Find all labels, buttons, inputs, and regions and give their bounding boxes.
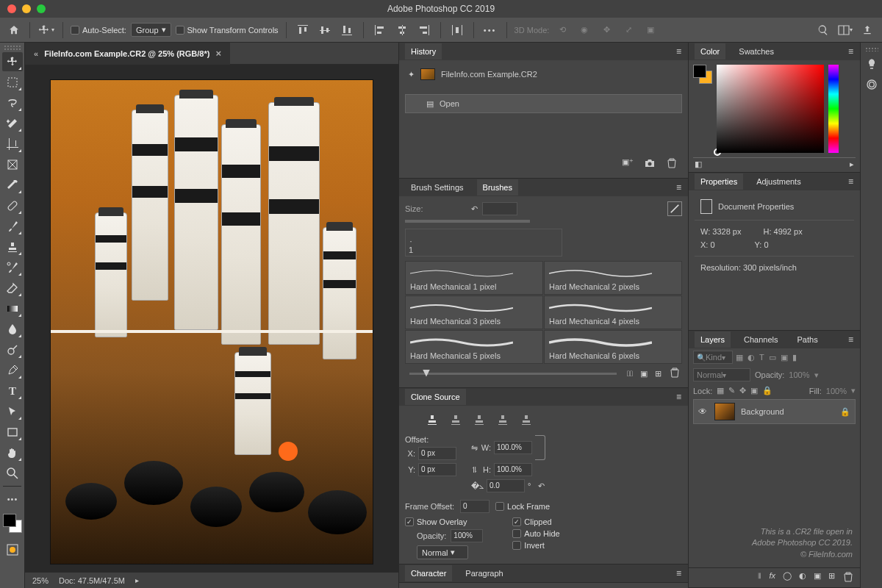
lock-paint-icon[interactable]: ✎	[728, 386, 735, 395]
brush-preset[interactable]: Hard Mechanical 4 pixels	[544, 295, 682, 329]
paragraph-tab[interactable]: Paragraph	[459, 565, 509, 581]
search-icon[interactable]	[814, 21, 832, 39]
layer-opacity[interactable]: 100%	[789, 370, 809, 379]
layer-filter-kind[interactable]: 🔍 Kind ▾	[693, 351, 733, 364]
more-options-icon[interactable]: •••	[481, 21, 499, 39]
panel-menu-icon[interactable]: ≡	[676, 46, 682, 57]
workspace-icon[interactable]: ▾	[836, 21, 854, 39]
reset-icon[interactable]: ↶	[471, 204, 478, 214]
lock-all-icon[interactable]: 🔒	[762, 386, 772, 395]
type-tool[interactable]: T	[2, 381, 23, 401]
stamp-tool[interactable]	[2, 237, 23, 257]
panel-menu-icon[interactable]: ≡	[676, 182, 682, 193]
filter-shape-icon[interactable]: ▭	[769, 353, 776, 362]
scale-h-input[interactable]: 100.0%	[494, 463, 532, 476]
layer-fill[interactable]: 100%	[826, 387, 847, 395]
lock-position-icon[interactable]: ✥	[739, 386, 746, 395]
show-overlay-checkbox[interactable]: Show Overlay	[405, 517, 483, 526]
link-icon[interactable]	[535, 435, 545, 460]
minimize-window[interactable]	[22, 4, 31, 13]
distribute-icon[interactable]	[448, 21, 466, 39]
reset-transform-icon[interactable]: ↶	[538, 481, 545, 491]
filter-toggle-icon[interactable]: ▮	[792, 353, 797, 362]
layer-row[interactable]: 👁 Background 🔒	[693, 399, 856, 424]
move-tool-icon[interactable]: ▾	[37, 21, 55, 39]
folder-icon[interactable]: ▣	[640, 369, 648, 379]
paths-tab[interactable]: Paths	[792, 331, 824, 348]
mask-icon[interactable]: ◯	[783, 571, 792, 584]
brush-preview-toggle-icon[interactable]	[667, 201, 682, 216]
autoselect-checkbox[interactable]: Auto-Select:	[71, 26, 126, 35]
magic-wand-tool[interactable]	[2, 114, 23, 133]
new-layer-icon[interactable]: ⊞	[828, 571, 835, 584]
history-snapshot[interactable]: ✦ FileInfo.com Example.CR2	[405, 65, 682, 84]
zoom-tool[interactable]	[2, 464, 23, 483]
adjustments-tab[interactable]: Adjustments	[750, 173, 807, 190]
dodge-tool[interactable]	[2, 340, 23, 359]
frame-offset-input[interactable]: 0	[460, 500, 490, 513]
zoom-level[interactable]: 25%	[32, 576, 49, 585]
gradient-tool[interactable]	[2, 299, 23, 318]
crop-tool[interactable]	[2, 135, 23, 154]
align-top-icon[interactable]	[294, 21, 312, 39]
panel-menu-icon[interactable]: ≡	[848, 176, 854, 187]
overlay-opacity-input[interactable]: 100%	[451, 529, 483, 542]
maximize-window[interactable]	[37, 4, 46, 13]
brush-preset[interactable]: Hard Mechanical 3 pixels	[405, 295, 543, 329]
close-window[interactable]	[7, 4, 16, 13]
color-field[interactable]	[717, 65, 824, 153]
clone-source-tab[interactable]: Clone Source	[405, 389, 466, 405]
close-tab-icon[interactable]: ×	[215, 48, 221, 59]
channels-tab[interactable]: Channels	[738, 331, 784, 348]
layers-tab[interactable]: Layers	[695, 331, 731, 348]
flip-v-icon[interactable]: ⥮	[471, 465, 478, 475]
overlay-blend-select[interactable]: Normal▾	[417, 545, 468, 559]
clone-source-2[interactable]	[448, 412, 464, 428]
move-tool[interactable]	[2, 52, 23, 71]
character-tab[interactable]: Character	[405, 565, 452, 581]
filter-type-icon[interactable]: T	[759, 353, 764, 362]
blend-mode-select[interactable]: Normal ▾	[693, 368, 750, 381]
panel-menu-icon[interactable]: ≡	[676, 392, 682, 402]
clone-source-4[interactable]	[495, 412, 511, 428]
healing-tool[interactable]	[2, 196, 23, 215]
new-brush-icon[interactable]: ⊞	[655, 369, 662, 379]
brush-preset[interactable]: Hard Mechanical 6 pixels	[544, 330, 682, 364]
color-tab[interactable]: Color	[695, 43, 725, 60]
frame-tool[interactable]	[2, 155, 23, 174]
align-right-icon[interactable]	[415, 21, 433, 39]
eyedropper-tool[interactable]	[2, 176, 23, 195]
flip-h-icon[interactable]: ⇋	[471, 443, 478, 453]
brush-scroll[interactable]	[409, 373, 617, 375]
panel-menu-icon[interactable]: ≡	[848, 334, 854, 345]
history-tab[interactable]: History	[405, 43, 442, 60]
autohide-checkbox[interactable]: Auto Hide	[512, 529, 559, 538]
size-slider[interactable]	[405, 220, 530, 223]
offset-x-input[interactable]: 0 px	[418, 447, 456, 460]
blur-tool[interactable]	[2, 320, 23, 339]
trash-icon[interactable]	[666, 157, 678, 171]
color-panel-arrow[interactable]: ▸	[850, 159, 854, 169]
new-document-icon[interactable]: ▣⁺	[622, 157, 634, 171]
hue-slider[interactable]	[828, 65, 839, 153]
brush-preset[interactable]: Hard Mechanical 1 pixel	[405, 261, 543, 295]
history-step[interactable]: ▤ Open	[405, 94, 682, 113]
clone-source-5[interactable]	[518, 412, 534, 428]
color-mode-toggle[interactable]: ◧	[695, 159, 702, 169]
show-transform-checkbox[interactable]: Show Transform Controls	[176, 26, 279, 35]
autoselect-target-select[interactable]: Group▾	[131, 23, 171, 37]
path-select-tool[interactable]	[2, 402, 23, 421]
shape-tool[interactable]	[2, 423, 23, 442]
align-vcenter-icon[interactable]	[316, 21, 334, 39]
marquee-tool[interactable]	[2, 73, 23, 92]
lasso-tool[interactable]	[2, 93, 23, 112]
group-icon[interactable]: ▣	[814, 571, 821, 584]
camera-icon[interactable]	[644, 157, 656, 171]
align-left-icon[interactable]	[371, 21, 389, 39]
hand-tool[interactable]	[2, 443, 23, 462]
lock-artboard-icon[interactable]: ▣	[750, 386, 758, 395]
lock-transparent-icon[interactable]: ▦	[717, 386, 724, 395]
size-input[interactable]	[482, 202, 517, 215]
invert-checkbox[interactable]: Invert	[512, 541, 559, 550]
swatches-tab[interactable]: Swatches	[733, 43, 780, 60]
